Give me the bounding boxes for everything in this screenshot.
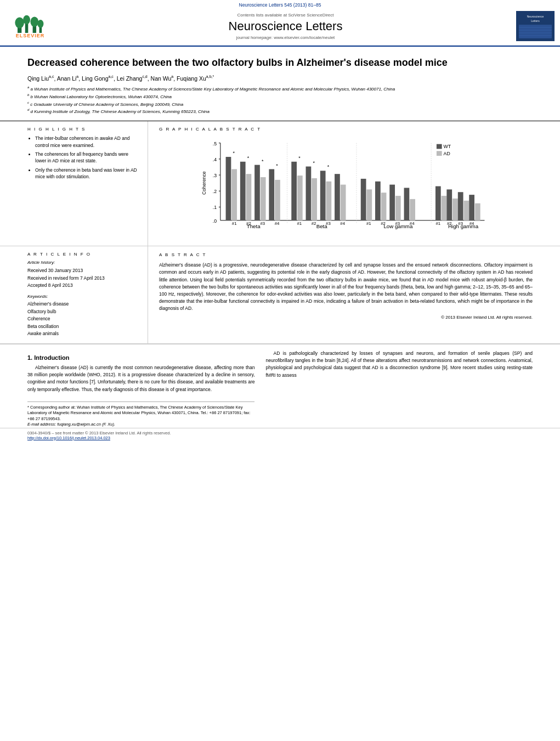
footnote-section: * Corresponding author at: Wuhan Institu… — [27, 401, 254, 428]
svg-rect-39 — [246, 174, 252, 220]
affiliation-c: c c Graduate University of Chinese Acade… — [27, 100, 533, 108]
svg-rect-80 — [469, 195, 474, 220]
abstract-label: A B S T R A C T — [159, 252, 533, 258]
article-title: Decreased coherence between the two olfa… — [27, 56, 533, 69]
graphical-abstract-label: G R A P H I C A L A B S T R A C T — [159, 127, 533, 132]
keyword-4: Beta oscillation — [27, 323, 139, 331]
intro-text-right: AD is pathologically characterized by lo… — [265, 350, 533, 379]
elsevier-tree-icon — [14, 14, 47, 33]
svg-text:#3: #3 — [395, 221, 400, 226]
article-title-section: Decreased coherence between the two olfa… — [0, 47, 560, 121]
svg-text:Letters: Letters — [531, 19, 540, 22]
svg-text:#2: #2 — [381, 221, 386, 226]
svg-text:#1: #1 — [232, 221, 237, 226]
chart-container: .5 .4 .3 .2 .1 .0 — [159, 135, 533, 240]
copyright-line: © 2013 Elsevier Ireland Ltd. All rights … — [159, 314, 533, 321]
keywords-label: Keywords: — [27, 294, 139, 299]
corresponding-author-note: * Corresponding author at: Wuhan Institu… — [27, 405, 254, 422]
svg-text:.3: .3 — [213, 173, 217, 178]
coherence-chart: .5 .4 .3 .2 .1 .0 — [159, 138, 533, 236]
svg-rect-75 — [452, 199, 458, 220]
svg-text:#4: #4 — [340, 221, 345, 226]
body-right-column: AD is pathologically characterized by lo… — [265, 350, 533, 428]
journal-homepage: journal homepage: www.elsevier.com/locat… — [60, 35, 511, 40]
journal-header: Neuroscience Letters 545 (2013) 81–85 EL… — [0, 0, 560, 47]
elsevier-brand-text: ELSEVIER — [16, 33, 45, 38]
svg-rect-54 — [326, 182, 332, 220]
svg-text:#3: #3 — [260, 221, 265, 226]
svg-text:*: * — [247, 155, 250, 161]
svg-rect-56 — [335, 174, 340, 220]
graphical-abstract-column: G R A P H I C A L A B S T R A C T .5 .4 … — [148, 121, 533, 246]
doi-link[interactable]: http://dx.doi.org/10.1016/j.neulet.2013.… — [27, 435, 110, 440]
svg-rect-72 — [442, 196, 447, 220]
svg-rect-62 — [375, 182, 381, 220]
svg-rect-81 — [475, 203, 480, 220]
svg-rect-63 — [381, 193, 387, 220]
svg-rect-60 — [366, 190, 372, 220]
svg-rect-83 — [437, 144, 442, 149]
highlight-item-3: Only the coherence in beta band was lowe… — [35, 167, 139, 180]
svg-text:#2: #2 — [447, 221, 452, 226]
svg-text:Neuroscience: Neuroscience — [527, 15, 544, 18]
sciverse-line: Contents lists available at SciVerse Sci… — [60, 13, 511, 18]
svg-rect-66 — [395, 196, 401, 220]
revised-date: Received in revised form 7 April 2013 — [27, 275, 139, 282]
highlights-column: H I G H L I G H T S The inter-bulbar coh… — [27, 121, 148, 246]
svg-rect-69 — [410, 199, 415, 220]
journal-thumbnail: Neuroscience Letters — [516, 11, 555, 41]
svg-text:#1: #1 — [366, 221, 371, 226]
svg-text:*: * — [298, 155, 301, 161]
article-info-label: A R T I C L E I N F O — [27, 252, 139, 257]
affiliation-d: d d Kunming Institute of Zoology, The Ch… — [27, 108, 533, 115]
keyword-3: Coherence — [27, 315, 139, 323]
highlights-graphical-section: H I G H L I G H T S The inter-bulbar coh… — [0, 121, 560, 246]
svg-rect-74 — [446, 190, 452, 220]
theta-1-wt-bar — [226, 157, 231, 220]
svg-rect-65 — [389, 185, 395, 220]
highlights-label: H I G H L I G H T S — [27, 127, 139, 132]
introduction-heading: 1. Introduction — [27, 354, 254, 361]
svg-text:#3: #3 — [458, 221, 463, 226]
article-dates: Received 30 January 2013 Received in rev… — [27, 267, 139, 290]
svg-text:#4: #4 — [470, 221, 474, 226]
svg-text:*: * — [313, 160, 315, 166]
svg-text:WT: WT — [444, 144, 451, 150]
svg-text:*: * — [233, 150, 235, 156]
elsevier-logo: ELSEVIER — [5, 11, 55, 41]
svg-text:*: * — [276, 163, 278, 168]
journal-volume: Neuroscience Letters 545 (2013) 81–85 — [0, 0, 560, 9]
highlights-list: The inter-bulbar coherences in awake AD … — [27, 135, 139, 180]
svg-rect-71 — [435, 186, 441, 220]
keyword-5: Awake animals — [27, 330, 139, 338]
highlight-item-1: The inter-bulbar coherences in awake AD … — [35, 135, 139, 149]
svg-rect-51 — [312, 178, 317, 220]
affiliation-b: b b Wuhan National Laboratory for Optoel… — [27, 93, 533, 100]
affiliation-a: a a Wuhan Institute of Physics and Mathe… — [27, 85, 533, 92]
body-left-column: 1. Introduction Alzheimer's disease (AD)… — [27, 350, 254, 428]
journal-center: Contents lists available at SciVerse Sci… — [55, 13, 516, 40]
affiliations: a a Wuhan Institute of Physics and Mathe… — [27, 85, 533, 115]
svg-point-1 — [15, 17, 24, 28]
introduction-text: Alzheimer's disease (AD) is currently th… — [27, 364, 254, 393]
svg-rect-41 — [254, 165, 260, 220]
email-note: E-mail address: fuqiang.xu@wipm.ac.cn (F… — [27, 422, 254, 428]
svg-text:AD: AD — [444, 151, 450, 156]
svg-text:#1: #1 — [436, 221, 441, 226]
article-info-section: A R T I C L E I N F O Article history: R… — [0, 246, 560, 344]
svg-rect-78 — [464, 201, 470, 220]
theta-1-ad-bar — [231, 169, 237, 220]
svg-rect-45 — [275, 180, 280, 220]
svg-text:.2: .2 — [213, 189, 217, 194]
keywords-list: Alzheimer's disease Olfactory bulb Coher… — [27, 301, 139, 338]
svg-text:#2: #2 — [246, 221, 251, 226]
svg-text:#3: #3 — [326, 221, 331, 226]
svg-text:#4: #4 — [410, 221, 415, 226]
svg-rect-42 — [261, 177, 266, 220]
svg-rect-38 — [240, 162, 246, 220]
svg-rect-68 — [404, 188, 410, 220]
journal-header-main: ELSEVIER Contents lists available at Sci… — [0, 9, 560, 43]
svg-text:*: * — [262, 159, 264, 164]
svg-rect-44 — [269, 169, 274, 220]
svg-text:#2: #2 — [312, 221, 316, 226]
